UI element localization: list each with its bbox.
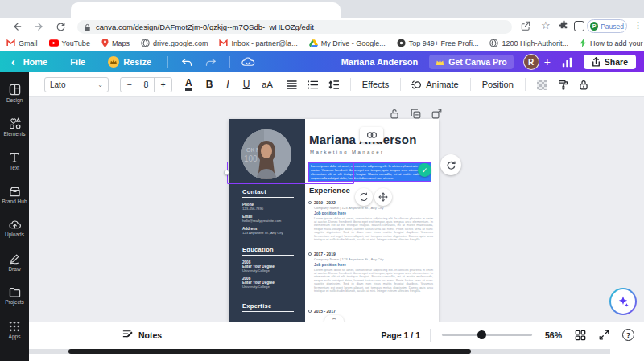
bookmark-item[interactable]: How to add your re...: [580, 39, 644, 47]
bookmark-item[interactable]: Top 949+ Free Profi...: [397, 39, 479, 47]
experience-entry[interactable]: 2017 - 2019 Company Name | 123 Anywhere …: [314, 252, 433, 293]
zoom-slider-knob[interactable]: [477, 330, 486, 339]
page-indicator[interactable]: Page 1 / 1: [382, 330, 420, 340]
font-size-decrease[interactable]: −: [121, 78, 138, 92]
font-size-value[interactable]: 8: [138, 78, 155, 92]
spacing-icon[interactable]: [328, 80, 339, 89]
canvas-area[interactable]: OK No 100 Contact Phone 123-456-7890 Ema…: [29, 97, 644, 322]
animate-button[interactable]: Animate: [426, 80, 458, 89]
bookmark-item[interactable]: Inbox - partner@la...: [219, 39, 297, 47]
zoom-level[interactable]: 56%: [545, 330, 562, 340]
zoom-slider[interactable]: [442, 334, 532, 336]
notes-button[interactable]: Notes: [138, 330, 162, 340]
cycle-alternates-button[interactable]: [355, 188, 373, 206]
timeline-dot: [308, 252, 312, 256]
text-align-icon[interactable]: [287, 80, 297, 89]
bookmark-item[interactable]: 1200 High-Authorit...: [489, 39, 568, 47]
add-member-button[interactable]: +: [544, 55, 551, 68]
sidebar-item-brand-hub[interactable]: Brand Hub: [0, 178, 29, 211]
extensions-puzzle-icon[interactable]: [559, 20, 569, 31]
youtube-icon: [49, 39, 59, 47]
sidebar-item-draw[interactable]: Draw: [0, 246, 29, 278]
extension-paused-badge[interactable]: P Paused: [587, 19, 627, 33]
profile-square-icon[interactable]: [574, 21, 584, 31]
effects-button[interactable]: Effects: [362, 80, 389, 89]
contact-section: Contact Phone 123-456-7890 Email hello@r…: [242, 188, 294, 235]
profile-photo[interactable]: OK No 100: [242, 129, 291, 179]
browser-menu-icon[interactable]: ⋮: [634, 20, 642, 31]
forward-icon[interactable]: [32, 19, 47, 34]
list-icon[interactable]: [308, 80, 318, 89]
paused-label: Paused: [601, 23, 624, 31]
share-button[interactable]: Share: [584, 55, 636, 69]
font-size-stepper[interactable]: − 8 +: [120, 77, 172, 92]
transparency-icon[interactable]: [537, 80, 547, 90]
grammarly-button[interactable]: ✓: [418, 163, 431, 177]
bookmark-item[interactable]: YouTube: [49, 39, 90, 47]
move-handle-button[interactable]: [374, 188, 392, 206]
add-page-icon[interactable]: [431, 109, 442, 119]
italic-button[interactable]: I: [226, 79, 229, 90]
underline-button[interactable]: U: [243, 79, 250, 90]
url-bar[interactable]: canva.com/design/DAFmotZjm-0/qzkjg--m7QS…: [77, 20, 512, 34]
lock-page-icon[interactable]: [390, 109, 399, 119]
help-button[interactable]: ?: [622, 329, 634, 341]
resize-button[interactable]: Resize: [123, 57, 151, 67]
share-up-icon: [592, 57, 601, 67]
share-page-icon[interactable]: [520, 20, 531, 31]
sidebar-item-design[interactable]: Design: [0, 77, 29, 109]
copy-style-roller-icon[interactable]: [558, 80, 568, 90]
floating-widget-button[interactable]: [360, 127, 383, 142]
horizontal-scrollbar-thumb[interactable]: [68, 349, 471, 354]
bookmark-item[interactable]: drive.google.com: [141, 39, 208, 47]
browser-tab[interactable]: [71, 2, 341, 18]
magic-assistant-button[interactable]: [609, 288, 637, 315]
back-icon[interactable]: [10, 19, 24, 34]
experience-heading[interactable]: Experience: [309, 186, 350, 195]
site-icon: [397, 39, 406, 47]
elements-icon: [9, 117, 21, 129]
rotate-button[interactable]: [440, 154, 461, 175]
notes-icon[interactable]: [122, 330, 134, 340]
insights-chart-icon[interactable]: [562, 57, 572, 68]
text-case-button[interactable]: aA: [262, 80, 272, 89]
document-title[interactable]: Mariana Anderson: [341, 57, 419, 67]
resume-sidebar[interactable]: OK No 100 Contact Phone 123-456-7890 Ema…: [229, 119, 305, 322]
file-menu[interactable]: File: [70, 57, 85, 67]
cloud-saved-icon[interactable]: [242, 56, 255, 68]
bookmark-item[interactable]: My Drive - Google...: [309, 39, 386, 47]
experience-entry[interactable]: 2015 - 2017: [314, 309, 433, 314]
animate-icon[interactable]: [411, 80, 422, 90]
reload-icon[interactable]: [53, 19, 68, 34]
resume-role[interactable]: Marketing Manager: [310, 150, 385, 154]
bookmark-item[interactable]: Gmail: [6, 39, 38, 47]
avatar[interactable]: R: [523, 54, 539, 70]
fullscreen-icon[interactable]: [599, 330, 609, 340]
bold-button[interactable]: B: [206, 79, 213, 90]
font-family-select[interactable]: Lato ⌄: [44, 77, 109, 92]
back-home-chevron-icon[interactable]: ‹: [11, 55, 15, 68]
sidebar-item-text[interactable]: Text: [0, 145, 29, 177]
sidebar-item-elements[interactable]: Elements: [0, 111, 29, 143]
lock-icon[interactable]: [579, 80, 588, 90]
get-canva-pro-button[interactable]: Get Canva Pro: [429, 55, 513, 69]
position-button[interactable]: Position: [482, 80, 514, 89]
undo-icon[interactable]: [181, 56, 193, 68]
duplicate-page-icon[interactable]: [411, 109, 421, 119]
sidebar-item-uploads[interactable]: Uploads: [0, 212, 29, 244]
selection-handle-left[interactable]: [224, 170, 229, 175]
font-size-increase[interactable]: +: [155, 78, 171, 92]
home-button[interactable]: Home: [23, 57, 48, 67]
selected-summary-textbox[interactable]: Lorem ipsum dolor sit amet, consectetur …: [308, 162, 431, 182]
sidebar-item-projects[interactable]: Projects: [0, 280, 29, 312]
resume-page[interactable]: OK No 100 Contact Phone 123-456-7890 Ema…: [229, 119, 439, 322]
bookmark-star-icon[interactable]: ☆: [541, 19, 551, 31]
grid-view-icon[interactable]: [575, 330, 586, 341]
text-color-button[interactable]: A: [185, 78, 192, 91]
bookmark-item[interactable]: Maps: [101, 39, 130, 47]
collapse-toolbar-chevron[interactable]: ⌃: [324, 315, 344, 322]
sidebar-item-apps[interactable]: Apps: [0, 314, 29, 346]
experience-entry[interactable]: 2019 - 2022 Company Name | 123 Anywhere …: [314, 200, 433, 242]
redo-icon[interactable]: [204, 56, 217, 68]
https-lock-icon: [84, 23, 91, 31]
